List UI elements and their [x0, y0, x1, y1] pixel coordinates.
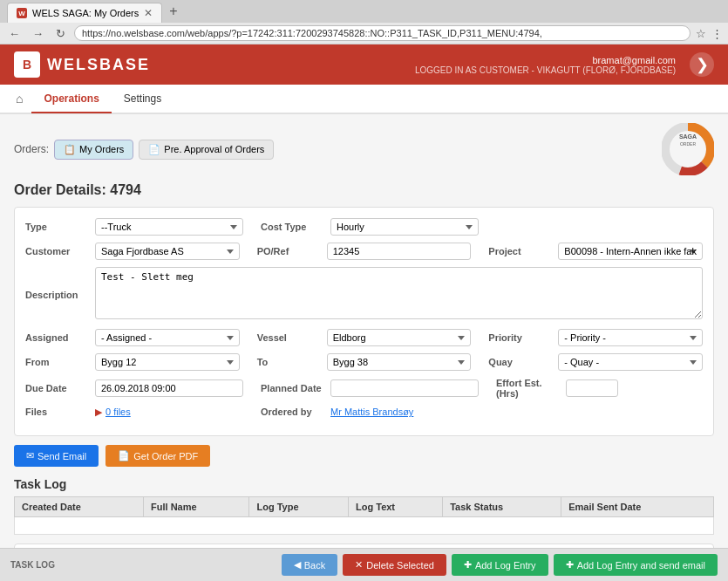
project-select[interactable]: B00098 - Intern-Annen ikke fakturer	[558, 243, 703, 260]
svg-text:SAGA: SAGA	[679, 133, 697, 140]
task-log-title: Task Log	[14, 477, 714, 491]
nav-home-button[interactable]: ⌂	[7, 85, 31, 113]
col-log-type: Log Type	[249, 497, 349, 517]
add-log-entry-button[interactable]: ✚ Add Log Entry	[452, 554, 548, 576]
add-send-icon: ✚	[566, 559, 574, 571]
svg-text:ORDER: ORDER	[680, 141, 696, 147]
new-tab-button[interactable]: +	[162, 0, 184, 23]
task-log-header: Created Date Full Name Log Type Log Text…	[15, 497, 714, 517]
to-label: To	[257, 357, 327, 367]
priority-select[interactable]: - Priority -	[558, 329, 703, 346]
user-role: LOGGED IN AS CUSTOMER - VIKAGUTT (FLORØ,…	[415, 65, 676, 75]
tab-title: WELS SAGA: My Orders	[32, 8, 139, 18]
assigned-row: Assigned - Assigned - Vessel Eldborg Pri…	[25, 329, 703, 346]
action-buttons: ✉ Send Email 📄 Get Order PDF	[14, 445, 714, 467]
main-content: Orders: 📋 My Orders 📄 Pre. Approval of O…	[0, 114, 728, 581]
planned-date-input[interactable]	[330, 379, 479, 397]
type-select[interactable]: --Truck	[95, 218, 243, 236]
orders-label: Orders:	[14, 143, 49, 155]
po-ref-label: PO/Ref	[257, 246, 327, 256]
address-input[interactable]	[74, 25, 691, 41]
nav-item-settings[interactable]: Settings	[112, 85, 173, 113]
app-nav: ⌂ Operations Settings	[0, 85, 728, 114]
pre-approval-label: Pre. Approval of Orders	[164, 144, 264, 154]
footer-buttons: ◀ Back ✕ Delete Selected ✚ Add Log Entry…	[282, 554, 718, 576]
logo-box: B	[14, 51, 40, 78]
ordered-by-label: Ordered by	[261, 407, 330, 417]
user-email: bramat@gmail.com	[415, 55, 676, 65]
description-textarea[interactable]: Test - Slett meg	[95, 267, 703, 319]
col-task-status: Task Status	[443, 497, 561, 517]
menu-icon[interactable]: ⋮	[711, 27, 723, 40]
description-label: Description	[25, 290, 95, 300]
customer-label: Customer	[25, 246, 95, 256]
browser-tab[interactable]: W WELS SAGA: My Orders ✕	[7, 3, 162, 23]
browser-tab-bar: W WELS SAGA: My Orders ✕ +	[0, 0, 728, 23]
ordered-by-link[interactable]: Mr Mattis Brandsøy	[330, 407, 413, 417]
col-full-name: Full Name	[144, 497, 249, 517]
from-select[interactable]: Bygg 12	[95, 353, 240, 371]
assigned-label: Assigned	[25, 332, 95, 343]
delete-icon: ✕	[355, 559, 363, 571]
cost-type-select[interactable]: Hourly	[330, 218, 479, 236]
back-nav-button[interactable]: ←	[5, 26, 24, 41]
tab-close-button[interactable]: ✕	[144, 7, 153, 19]
user-info: bramat@gmail.com LOGGED IN AS CUSTOMER -…	[415, 55, 676, 75]
description-row: Description Test - Slett meg	[25, 267, 703, 322]
quay-select[interactable]: - Quay -	[558, 353, 703, 371]
footer-bar: TASK LOG ◀ Back ✕ Delete Selected ✚ Add …	[0, 548, 728, 581]
due-date-row: Due Date Planned Date Effort Est. (Hrs)	[25, 378, 703, 399]
pre-approval-button[interactable]: 📄 Pre. Approval of Orders	[139, 140, 274, 160]
add-log-icon: ✚	[464, 559, 472, 571]
nav-item-operations[interactable]: Operations	[31, 85, 111, 113]
vessel-select[interactable]: Eldborg	[327, 329, 472, 346]
assigned-select[interactable]: - Assigned -	[95, 329, 240, 346]
tab-favicon: W	[17, 8, 27, 18]
bookmark-icon[interactable]: ☆	[696, 27, 706, 40]
to-select[interactable]: Bygg 38	[327, 353, 472, 371]
cost-type-label: Cost Type	[261, 222, 330, 232]
effort-input[interactable]	[566, 379, 618, 397]
type-label: Type	[25, 222, 95, 232]
table-row-empty	[15, 517, 714, 535]
get-order-pdf-button[interactable]: 📄 Get Order PDF	[105, 445, 210, 467]
my-orders-icon: 📋	[64, 144, 76, 155]
col-created-date: Created Date	[15, 497, 144, 517]
app-header: B WELSBASE bramat@gmail.com LOGGED IN AS…	[0, 44, 728, 85]
my-orders-button[interactable]: 📋 My Orders	[54, 140, 133, 160]
user-menu-button[interactable]: ❯	[690, 52, 714, 77]
po-ref-input[interactable]	[327, 243, 472, 260]
col-email-sent-date: Email Sent Date	[561, 497, 714, 517]
delete-selected-button[interactable]: ✕ Delete Selected	[343, 554, 446, 576]
planned-date-label: Planned Date	[261, 383, 330, 393]
address-bar: ← → ↻ ☆ ⋮	[0, 23, 728, 44]
back-arrow-icon: ◀	[294, 559, 301, 571]
pdf-icon: 📄	[118, 450, 130, 461]
col-log-text: Log Text	[349, 497, 443, 517]
files-link[interactable]: 0 files	[105, 407, 131, 417]
footer-task-log-label: TASK LOG	[10, 560, 55, 570]
forward-nav-button[interactable]: →	[29, 26, 47, 41]
from-label: From	[25, 357, 95, 367]
customer-row: Customer Saga Fjordbase AS PO/Ref Projec…	[25, 243, 703, 260]
pre-approval-icon: 📄	[148, 144, 160, 155]
files-label: Files	[25, 407, 95, 417]
add-log-send-button[interactable]: ✚ Add Log Entry and send email	[554, 554, 718, 576]
priority-label: Priority	[488, 332, 558, 343]
quay-label: Quay	[488, 357, 558, 367]
refresh-nav-button[interactable]: ↻	[52, 26, 69, 41]
due-date-input[interactable]	[95, 379, 243, 397]
from-row: From Bygg 12 To Bygg 38 Quay - Quay -	[25, 353, 703, 371]
type-row: Type --Truck Cost Type Hourly	[25, 218, 703, 236]
orders-subnav: Orders: 📋 My Orders 📄 Pre. Approval of O…	[14, 123, 714, 175]
my-orders-label: My Orders	[79, 144, 124, 154]
task-log-body	[15, 517, 714, 535]
customer-select[interactable]: Saga Fjordbase AS	[95, 243, 240, 260]
back-button[interactable]: ◀ Back	[282, 554, 337, 576]
app-name: WELSBASE	[47, 56, 150, 74]
app-logo: B WELSBASE	[14, 51, 150, 78]
vessel-label: Vessel	[257, 332, 327, 343]
send-email-button[interactable]: ✉ Send Email	[14, 445, 99, 467]
details-panel: Type --Truck Cost Type Hourly Customer S…	[14, 207, 714, 436]
files-expand-icon[interactable]: ▶	[95, 407, 102, 418]
